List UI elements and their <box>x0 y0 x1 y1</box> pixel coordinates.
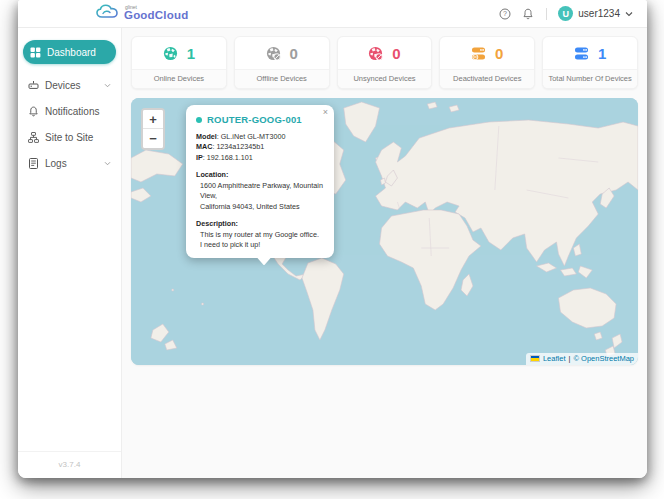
sidebar-item-label: Dashboard <box>47 47 96 58</box>
sidebar-item-logs[interactable]: Logs <box>18 150 121 176</box>
dashboard-grid-icon <box>30 47 41 58</box>
sidebar-item-label: Site to Site <box>45 132 93 143</box>
logs-document-icon <box>28 158 39 169</box>
globe-offline-icon <box>266 46 281 61</box>
stat-card-deactivated[interactable]: 0 Deactivated Devices <box>439 36 535 89</box>
ip-label: IP <box>196 153 203 162</box>
zoom-out-button[interactable]: − <box>143 129 163 148</box>
stat-value: 0 <box>392 45 400 62</box>
goodcloud-logo[interactable]: glinet GoodCloud <box>96 4 188 24</box>
stat-label: Offline Devices <box>235 69 329 88</box>
main-content: 1 Online Devices 0 Offline Devices <box>122 28 647 478</box>
sidebar-item-label: Notifications <box>45 106 99 117</box>
openstreetmap-link[interactable]: © OpenStreetMap <box>573 354 634 363</box>
app-version: v3.7.4 <box>18 451 121 478</box>
sidebar-item-devices[interactable]: Devices <box>18 72 121 98</box>
stat-cards-row: 1 Online Devices 0 Offline Devices <box>131 36 638 89</box>
mac-label: MAC <box>196 142 212 151</box>
location-label: Location: <box>196 170 228 179</box>
sidebar-item-site-to-site[interactable]: Site to Site <box>18 124 121 150</box>
page: glinet GoodCloud ? U user1234 <box>0 0 664 499</box>
logo-text: GoodCloud <box>124 10 188 22</box>
online-status-dot <box>196 117 202 123</box>
stat-card-offline[interactable]: 0 Offline Devices <box>234 36 330 89</box>
model-value: GL.iNet GL-MT3000 <box>221 132 286 141</box>
device-ip-line: IP: 192.168.1.101 <box>196 153 324 163</box>
stat-value: 0 <box>495 45 503 62</box>
cloud-logo-icon <box>96 4 120 24</box>
user-avatar: U <box>558 6 573 21</box>
mac-value: 1234a12345b1 <box>216 142 264 151</box>
device-popup: × ROUTER-GOOG-001 Model: GL.iNet GL-MT30… <box>186 105 334 258</box>
device-name-link[interactable]: ROUTER-GOOG-001 <box>207 114 302 125</box>
device-mac-line: MAC: 1234a12345b1 <box>196 142 324 152</box>
description-label: Description: <box>196 219 238 228</box>
description-line2: I need to pick it up! <box>196 240 324 250</box>
ukraine-flag-icon <box>530 355 540 362</box>
zoom-in-button[interactable]: + <box>143 110 163 129</box>
world-map[interactable]: + − × ROUTER-GOOG-001 Model: GL.iNet GL <box>131 98 638 365</box>
globe-online-icon <box>163 46 178 61</box>
bell-icon <box>28 106 39 117</box>
sidebar-item-notifications[interactable]: Notifications <box>18 98 121 124</box>
ip-value: 192.168.1.101 <box>207 153 253 162</box>
chevron-down-icon <box>104 161 111 166</box>
map-zoom-control: + − <box>141 108 165 150</box>
notifications-bell-icon[interactable] <box>521 7 535 21</box>
stat-card-online[interactable]: 1 Online Devices <box>131 36 227 89</box>
devices-icon <box>28 80 39 91</box>
sidebar-item-label: Devices <box>45 80 81 91</box>
stat-value: 0 <box>290 45 298 62</box>
map-attribution: Leaflet | © OpenStreetMap <box>526 353 638 365</box>
stat-label: Total Number Of Devices <box>543 69 637 88</box>
stat-card-unsynced[interactable]: 0 Unsynced Devices <box>337 36 433 89</box>
user-menu[interactable]: U user1234 <box>558 6 633 21</box>
stat-card-total[interactable]: 1 Total Number Of Devices <box>542 36 638 89</box>
sidebar-item-label: Logs <box>45 158 67 169</box>
header-divider <box>546 8 547 20</box>
chevron-down-icon <box>104 83 111 88</box>
server-deactivated-icon <box>471 46 486 61</box>
sidebar-item-dashboard[interactable]: Dashboard <box>23 40 116 64</box>
stat-label: Deactivated Devices <box>440 69 534 88</box>
stat-label: Online Devices <box>132 69 226 88</box>
leaflet-link[interactable]: Leaflet <box>543 354 566 363</box>
username-label: user1234 <box>578 8 620 19</box>
site-to-site-icon <box>28 132 39 143</box>
stat-value: 1 <box>187 45 195 62</box>
model-label: Model <box>196 132 217 141</box>
location-line1: 1600 Amphitheatre Parkway, Mountain View… <box>196 181 324 202</box>
svg-text:?: ? <box>503 10 507 17</box>
popup-close-icon[interactable]: × <box>323 108 328 117</box>
header-actions: ? U user1234 <box>498 6 633 21</box>
sidebar: Dashboard Devices Notifications Site to … <box>18 28 122 478</box>
attribution-separator: | <box>568 354 570 363</box>
stat-value: 1 <box>598 45 606 62</box>
server-total-icon <box>574 46 589 61</box>
location-line2: California 94043, United States <box>196 202 324 212</box>
description-line1: This is my router at my Google office. <box>196 230 324 240</box>
top-header: glinet GoodCloud ? U user1234 <box>18 0 647 28</box>
stat-label: Unsynced Devices <box>338 69 432 88</box>
app-window: glinet GoodCloud ? U user1234 <box>18 0 647 478</box>
globe-unsynced-icon <box>368 46 383 61</box>
help-icon[interactable]: ? <box>498 7 512 21</box>
device-model-line: Model: GL.iNet GL-MT3000 <box>196 132 324 142</box>
chevron-down-icon <box>625 11 633 17</box>
